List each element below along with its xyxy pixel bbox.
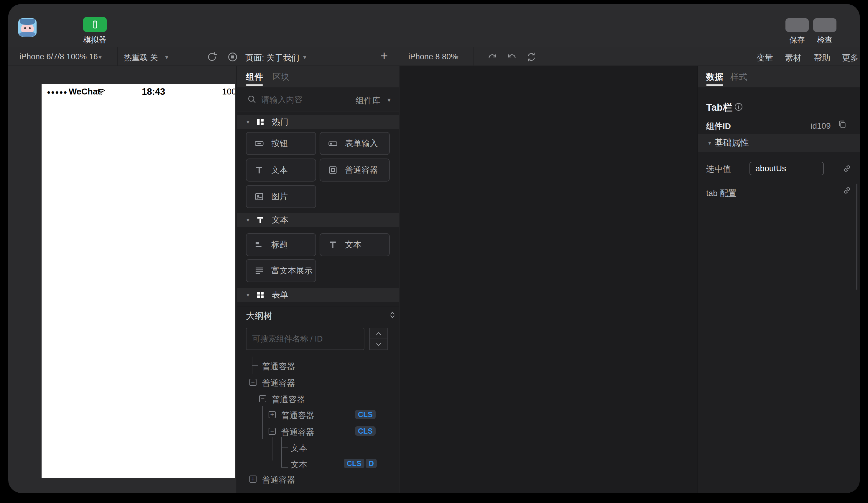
component-item-button[interactable]: 按钮 [246, 132, 316, 155]
tree-connector [281, 437, 282, 467]
collapse-icon[interactable]: − [249, 379, 257, 386]
collapse-icon[interactable]: − [269, 428, 276, 435]
form-section-icon [256, 291, 265, 299]
tree-node[interactable]: 普通容器 [262, 378, 295, 389]
text-section-title: 文本 [272, 214, 288, 225]
expand-icon[interactable]: + [249, 475, 257, 483]
selected-value-label: 选中值 [706, 163, 731, 175]
sync-icon[interactable] [526, 52, 537, 62]
chevron-down-icon[interactable]: ▾ [388, 96, 391, 104]
page-selector[interactable]: 页面: 关于我们 [245, 52, 300, 63]
component-search-input[interactable] [261, 93, 338, 106]
component-item-form-input[interactable]: 表单输入 [320, 132, 390, 155]
tree-connector [252, 365, 258, 366]
library-selector[interactable]: 组件库 [355, 95, 380, 106]
tree-node[interactable]: 普通容器 [262, 361, 295, 372]
outline-prev-button[interactable] [369, 328, 388, 339]
tree-node[interactable]: 普通容器 [281, 426, 314, 438]
save-button[interactable] [785, 18, 809, 32]
tree-node[interactable]: 普通容器 [272, 394, 305, 405]
image-icon [254, 192, 264, 202]
rich-text-icon [254, 266, 264, 276]
undo-icon[interactable] [507, 52, 517, 62]
component-item-richtext[interactable]: 富文本展示 [246, 259, 316, 282]
sort-icon[interactable] [388, 310, 397, 320]
text-section-icon [256, 215, 265, 224]
tab-style[interactable]: 样式 [730, 71, 747, 83]
header-bar: 模拟器 保存 检查 [8, 4, 860, 47]
component-item-text2[interactable]: 文本 [320, 233, 390, 256]
outline-next-button[interactable] [369, 339, 388, 350]
tab-blocks[interactable]: 区块 [272, 71, 290, 83]
section-hot-header[interactable]: ▾ 热门 [237, 115, 399, 129]
menu-help[interactable]: 帮助 [814, 52, 830, 63]
cls-badge: CLS [355, 410, 376, 419]
devtools-window: 模拟器 保存 检查 iPhone 6/7/8 100% 16 ▾ 热重载 关 ▾… [8, 4, 860, 493]
outline-search-input[interactable] [246, 328, 364, 350]
avatar-eye [24, 27, 26, 29]
chevron-down-icon[interactable]: ▾ [303, 53, 306, 61]
battery-label: 100% [222, 87, 235, 97]
tab-components[interactable]: 组件 [246, 71, 263, 83]
avatar-hat [20, 19, 35, 25]
refresh-icon[interactable] [206, 51, 218, 63]
menu-assets[interactable]: 素材 [785, 52, 802, 63]
preview-canvas: 空容器 (Container) 微信昵称 深圳市南山区深南大道10000号 [400, 66, 697, 493]
tree-node[interactable]: 普通容器 [281, 410, 314, 421]
carrier-label: WeChat [69, 87, 100, 97]
section-text-header[interactable]: ▾ 文本 [237, 213, 399, 227]
heading-icon [254, 240, 264, 250]
component-id-label: 组件ID [706, 121, 731, 132]
component-item-label: 表单输入 [345, 138, 378, 149]
tree-connector [281, 467, 288, 467]
simulator-button[interactable] [83, 17, 107, 32]
expand-icon[interactable]: + [269, 411, 276, 418]
toolbar-divider [117, 47, 118, 66]
toolbar-divider [473, 47, 474, 66]
tab-data[interactable]: 数据 [706, 71, 723, 83]
preview-device-selector[interactable]: iPhone 8 80% [409, 52, 458, 61]
component-item-container[interactable]: 普通容器 [320, 159, 390, 182]
info-icon[interactable] [734, 102, 743, 112]
button-icon [254, 139, 264, 149]
component-item-text[interactable]: 文本 [246, 159, 316, 182]
form-section-title: 表单 [272, 289, 288, 301]
component-item-label: 图片 [271, 191, 288, 202]
page-name-label: 关于我们 [267, 53, 300, 62]
tree-node[interactable]: 文本 [291, 459, 307, 470]
copy-id-icon[interactable] [838, 120, 847, 129]
scrollbar[interactable] [856, 184, 857, 290]
outline-divider [237, 306, 399, 306]
component-search-row: 组件库 ▾ [237, 87, 399, 112]
avatar-scarf [19, 32, 35, 37]
form-input-icon [328, 139, 338, 149]
redo-icon[interactable] [487, 52, 498, 62]
text-icon [254, 165, 264, 175]
component-item-image[interactable]: 图片 [246, 185, 316, 208]
section-form-header[interactable]: ▾ 表单 [237, 288, 399, 302]
add-page-button[interactable]: + [380, 48, 388, 63]
component-title: Tab栏 [706, 101, 732, 114]
hot-reload-toggle[interactable]: 热重载 关 [124, 52, 158, 63]
chevron-down-icon[interactable]: ▾ [165, 53, 168, 61]
caret-down-icon: ▾ [247, 118, 249, 125]
d-badge: D [365, 459, 377, 468]
avatar-eye [29, 27, 31, 29]
device-selector[interactable]: iPhone 6/7/8 100% 16 [19, 52, 98, 61]
basic-props-header[interactable]: ▾ 基础属性 [698, 134, 860, 152]
menu-more[interactable]: 更多 [842, 52, 859, 63]
collapse-icon[interactable]: − [259, 395, 266, 402]
stop-icon[interactable] [227, 51, 238, 63]
inspect-button[interactable] [813, 18, 836, 32]
chevron-down-icon[interactable]: ▾ [99, 53, 102, 61]
link-icon[interactable] [842, 185, 852, 195]
tree-connector [272, 437, 272, 461]
tree-node[interactable]: 文本 [291, 442, 307, 454]
component-item-heading[interactable]: 标题 [246, 233, 316, 256]
selected-value-input[interactable] [750, 162, 824, 175]
basic-props-title: 基础属性 [715, 137, 749, 149]
chevron-down-icon[interactable]: ▾ [455, 53, 458, 61]
tree-node[interactable]: 普通容器 [262, 474, 295, 485]
menu-variables[interactable]: 变量 [756, 52, 773, 63]
link-icon[interactable] [842, 163, 852, 173]
